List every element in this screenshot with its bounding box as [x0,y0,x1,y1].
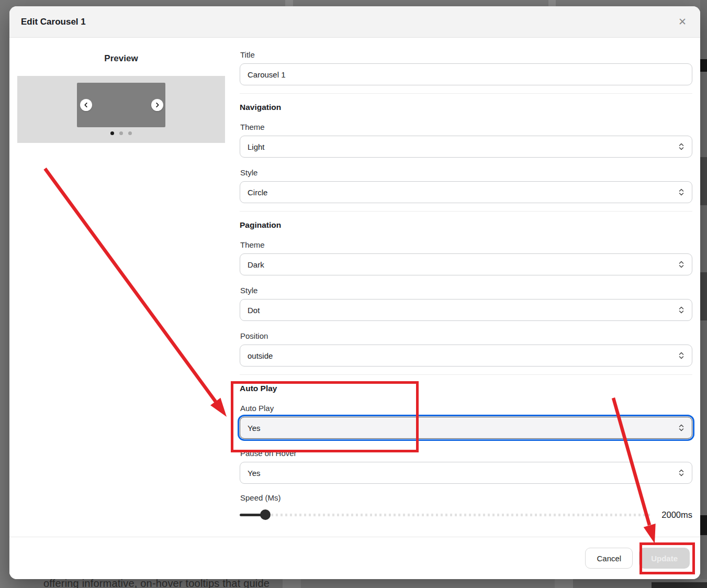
carousel-prev-button[interactable] [80,99,92,111]
settings-form: Title Navigation Theme Light Style [240,50,692,537]
carousel-pagination [17,131,225,135]
pagination-position-label: Position [240,331,692,340]
navigation-style-select[interactable]: Circle [240,181,692,203]
screen: offering informative, on-hover tooltips … [0,0,707,588]
backdrop-seam [283,579,301,588]
pagination-dot-3[interactable] [128,131,132,135]
backdrop-block [700,157,707,205]
pause-on-hover-select[interactable]: Yes [240,462,692,484]
select-chevrons-icon [678,187,685,197]
select-chevrons-icon [678,260,685,269]
dialog-title: Edit Carousel 1 [21,17,86,27]
select-chevrons-icon [678,305,685,315]
chevron-right-icon [155,103,160,107]
select-value: Light [248,142,265,151]
select-chevrons-icon [678,142,685,151]
slider-remaining-track [271,514,651,516]
dialog-header: Edit Carousel 1 ✕ [9,6,700,38]
section-divider [240,374,692,375]
pagination-dot-2[interactable] [119,131,123,135]
slider-thumb[interactable] [260,509,271,520]
speed-label: Speed (Ms) [240,493,692,502]
select-value: Circle [248,188,267,197]
select-chevrons-icon [678,423,685,432]
navigation-theme-select[interactable]: Light [240,136,692,158]
backdrop-panel [301,579,555,588]
edit-carousel-dialog: Edit Carousel 1 ✕ Preview [9,6,700,579]
carousel-next-button[interactable] [151,99,163,111]
dialog-body: Preview [9,38,700,537]
backdrop-block [700,59,707,72]
annotation-box-update [639,542,695,574]
dialog-footer: Cancel Update [9,537,700,579]
speed-group: Speed (Ms) 2000ms [240,493,692,520]
navigation-style-label: Style [240,168,692,177]
select-chevrons-icon [678,351,685,360]
preview-panel: Preview [17,50,225,537]
preview-heading: Preview [17,53,225,64]
annotation-box-autoplay [231,381,419,452]
backdrop-block [700,515,707,535]
speed-value: 2000ms [661,510,692,520]
pagination-style-select[interactable]: Dot [240,299,692,321]
backdrop-seam [548,0,556,6]
navigation-section-heading: Navigation [240,103,692,112]
backdrop-right-column [700,0,707,588]
select-value: Dark [248,260,264,269]
pagination-dot-1[interactable] [110,131,114,135]
title-label: Title [240,50,692,59]
select-value: outside [248,351,273,360]
backdrop-seam [285,0,293,6]
pagination-style-label: Style [240,286,692,295]
carousel-preview [17,76,225,143]
pagination-theme-label: Theme [240,240,692,249]
backdrop-block [700,272,707,320]
navigation-theme-label: Theme [240,123,692,131]
backdrop-block [652,582,707,588]
select-value: Dot [248,306,260,315]
pagination-position-select[interactable]: outside [240,345,692,367]
cancel-button[interactable]: Cancel [585,548,633,569]
section-divider [240,93,692,94]
pagination-theme-select[interactable]: Dark [240,253,692,275]
section-divider [240,211,692,212]
title-input[interactable] [240,63,692,85]
close-icon[interactable]: ✕ [678,17,687,27]
select-value: Yes [248,469,260,478]
backdrop-seam [555,579,573,588]
chevron-left-icon [84,103,88,107]
select-chevrons-icon [678,468,685,478]
speed-slider[interactable] [240,509,651,520]
pagination-section-heading: Pagination [240,220,692,230]
